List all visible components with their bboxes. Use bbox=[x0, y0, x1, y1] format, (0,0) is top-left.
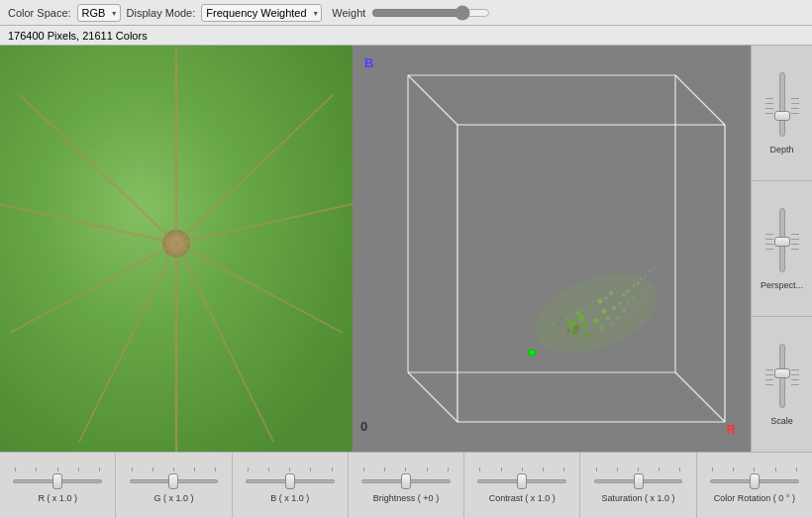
svg-point-46 bbox=[606, 316, 610, 320]
colorspace-select[interactable]: RGB HSV Lab bbox=[77, 4, 121, 22]
scale-track[interactable] bbox=[779, 344, 785, 408]
perspective-slider-section: Perspect... bbox=[752, 181, 812, 317]
b-control: B ( x 1.0 ) bbox=[233, 453, 349, 518]
svg-point-44 bbox=[602, 309, 607, 314]
svg-point-43 bbox=[593, 318, 599, 324]
svg-point-62 bbox=[664, 258, 666, 259]
colorspace-select-wrapper: RGB HSV Lab bbox=[77, 4, 121, 22]
svg-point-72 bbox=[583, 344, 585, 346]
sliders-panel: Depth bbox=[751, 46, 812, 452]
svg-point-34 bbox=[524, 259, 668, 367]
svg-point-45 bbox=[589, 306, 593, 310]
svg-point-84 bbox=[605, 340, 607, 342]
brightness-slider[interactable] bbox=[361, 471, 451, 491]
scale-label: Scale bbox=[770, 416, 793, 426]
svg-point-87 bbox=[635, 307, 637, 309]
depth-label: Depth bbox=[769, 145, 793, 155]
3d-cube bbox=[353, 46, 751, 452]
svg-point-54 bbox=[633, 285, 635, 287]
weight-slider[interactable] bbox=[371, 6, 490, 20]
displaymode-select[interactable]: Frequency Weighted Flat Depth bbox=[201, 4, 322, 22]
svg-point-89 bbox=[645, 292, 647, 294]
svg-point-75 bbox=[617, 317, 620, 320]
color-rotation-slider[interactable] bbox=[710, 471, 799, 491]
svg-point-93 bbox=[664, 266, 665, 267]
svg-line-32 bbox=[408, 372, 457, 422]
displaymode-select-wrapper: Frequency Weighted Flat Depth bbox=[201, 4, 322, 22]
bottom-controls: R ( x 1.0 ) G ( x 1.0 ) B ( x 1.0 ) Brig… bbox=[0, 452, 812, 518]
svg-point-81 bbox=[553, 337, 555, 339]
svg-point-85 bbox=[615, 334, 617, 336]
svg-point-70 bbox=[590, 340, 593, 343]
color-cluster bbox=[524, 251, 672, 367]
svg-point-66 bbox=[563, 310, 565, 312]
svg-point-59 bbox=[653, 267, 655, 269]
contrast-label: Contrast ( x 1.0 ) bbox=[489, 493, 556, 503]
svg-point-91 bbox=[655, 279, 656, 280]
svg-point-50 bbox=[619, 302, 622, 305]
svg-point-52 bbox=[623, 294, 626, 297]
svg-point-68 bbox=[565, 304, 567, 306]
svg-point-61 bbox=[660, 260, 662, 262]
svg-point-57 bbox=[645, 274, 647, 276]
svg-point-36 bbox=[567, 319, 575, 327]
svg-point-55 bbox=[637, 282, 640, 285]
color-rotation-label: Color Rotation ( 0 ° ) bbox=[714, 493, 795, 503]
svg-point-77 bbox=[627, 302, 629, 304]
scale-slider-section: Scale bbox=[752, 317, 812, 452]
svg-point-47 bbox=[598, 299, 603, 304]
g-slider[interactable] bbox=[130, 471, 219, 491]
perspective-thumb[interactable] bbox=[774, 237, 790, 247]
svg-point-76 bbox=[623, 310, 626, 313]
saturation-control: Saturation ( x 1.0 ) bbox=[580, 453, 696, 518]
svg-point-92 bbox=[660, 272, 660, 273]
b-slider[interactable] bbox=[246, 471, 335, 491]
viewer-panel: B R 0 bbox=[353, 46, 751, 452]
brightness-label: Brightness ( +0 ) bbox=[373, 493, 439, 503]
svg-point-83 bbox=[595, 347, 597, 349]
infobar: 176400 Pixels, 21611 Colors bbox=[0, 26, 812, 46]
svg-point-49 bbox=[605, 297, 608, 300]
svg-point-78 bbox=[633, 297, 635, 299]
svg-point-64 bbox=[670, 251, 671, 252]
depth-thumb[interactable] bbox=[774, 111, 790, 121]
svg-point-88 bbox=[640, 300, 642, 302]
r-slider[interactable] bbox=[13, 471, 102, 491]
saturation-slider[interactable] bbox=[594, 471, 683, 491]
svg-point-51 bbox=[609, 291, 613, 295]
svg-point-42 bbox=[584, 333, 589, 338]
svg-point-82 bbox=[570, 344, 572, 346]
saturation-label: Saturation ( x 1.0 ) bbox=[602, 493, 675, 503]
svg-point-79 bbox=[551, 312, 553, 314]
contrast-control: Contrast ( x 1.0 ) bbox=[464, 453, 580, 518]
svg-point-73 bbox=[599, 326, 603, 330]
r-control: R ( x 1.0 ) bbox=[0, 453, 116, 518]
svg-point-58 bbox=[649, 270, 651, 272]
svg-point-38 bbox=[572, 331, 577, 336]
svg-point-35 bbox=[573, 325, 579, 331]
colorspace-label: Color Space: bbox=[8, 7, 71, 19]
color-rotation-control: Color Rotation ( 0 ° ) bbox=[697, 453, 812, 518]
svg-point-86 bbox=[630, 317, 632, 319]
r-label: R ( x 1.0 ) bbox=[38, 493, 77, 503]
leaf-image bbox=[0, 46, 353, 452]
scale-thumb[interactable] bbox=[774, 368, 790, 378]
svg-point-67 bbox=[558, 324, 560, 327]
svg-point-39 bbox=[581, 322, 587, 328]
g-label: G ( x 1.0 ) bbox=[153, 493, 193, 503]
perspective-track[interactable] bbox=[779, 208, 785, 272]
svg-point-40 bbox=[576, 311, 581, 316]
displaymode-label: Display Mode: bbox=[127, 7, 196, 19]
svg-point-48 bbox=[612, 306, 616, 310]
svg-line-31 bbox=[675, 75, 725, 125]
contrast-slider[interactable] bbox=[477, 471, 566, 491]
svg-point-74 bbox=[610, 324, 613, 327]
svg-rect-21 bbox=[0, 46, 353, 452]
svg-point-65 bbox=[560, 317, 563, 320]
svg-point-53 bbox=[627, 290, 630, 293]
svg-point-37 bbox=[578, 315, 585, 322]
depth-track[interactable] bbox=[779, 72, 785, 137]
svg-line-33 bbox=[675, 372, 725, 422]
b-label: B ( x 1.0 ) bbox=[270, 493, 309, 503]
svg-point-41 bbox=[566, 329, 570, 333]
